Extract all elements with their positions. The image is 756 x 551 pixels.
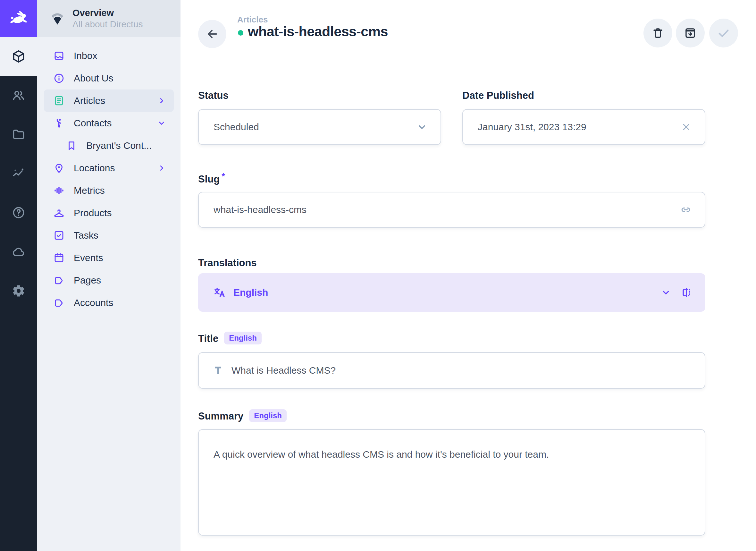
back-button[interactable]: [198, 20, 226, 48]
sidebar-item-contacts[interactable]: Contacts: [44, 112, 174, 134]
sidebar-item-about-us[interactable]: About Us: [44, 67, 174, 89]
date-published-label: Date Published: [462, 90, 534, 101]
slug-value: what-is-headless-cms: [214, 204, 307, 215]
trending-icon: [12, 166, 26, 180]
chevron-down-icon[interactable]: [416, 121, 428, 133]
sidebar-item-label: Articles: [74, 95, 105, 106]
cloud-icon: [12, 245, 26, 259]
inbox-icon: [53, 50, 65, 62]
sidebar-item-label: Tasks: [74, 230, 98, 241]
summary-label: Summary English: [198, 410, 287, 423]
sidebar-item-bryants-contacts[interactable]: Bryant's Cont...: [44, 134, 174, 157]
sidebar-item-metrics[interactable]: Metrics: [44, 179, 174, 202]
sidebar-item-label: Accounts: [74, 297, 113, 308]
sidebar-item-label: Events: [74, 252, 103, 263]
module-content[interactable]: [0, 37, 37, 76]
chevron-right-icon[interactable]: [157, 163, 166, 172]
sidebar-item-label: Locations: [74, 163, 115, 173]
folder-icon: [12, 127, 26, 141]
date-published-field[interactable]: January 31st, 2023 13:29: [462, 109, 705, 145]
sidebar-item-inbox[interactable]: Inbox: [44, 45, 174, 67]
language-badge: English: [224, 332, 262, 345]
info-icon: [53, 72, 65, 84]
help-icon: [12, 205, 26, 220]
slug-label: Slug *: [198, 173, 225, 185]
clear-icon[interactable]: [680, 121, 692, 133]
delete-button[interactable]: [643, 19, 672, 47]
directus-logo[interactable]: [0, 0, 37, 37]
required-marker: *: [222, 171, 225, 181]
sidebar-item-label: Pages: [74, 275, 101, 286]
label-icon: [53, 297, 65, 309]
compare-translations-icon[interactable]: [680, 286, 693, 299]
navigation-sidebar: Overview All about Directus Inbox About …: [37, 0, 181, 551]
map-pin-icon: [53, 162, 65, 174]
box-icon: [11, 49, 26, 64]
page-title: what-is-headless-cms: [248, 24, 388, 39]
status-label: Status: [198, 90, 229, 101]
module-settings[interactable]: [0, 271, 37, 311]
link-icon[interactable]: [680, 204, 692, 216]
gear-icon: [12, 284, 25, 298]
translate-icon: [213, 286, 226, 299]
title-value: What is Headless CMS?: [231, 365, 336, 376]
chevron-right-icon[interactable]: [157, 96, 166, 105]
check-icon: [717, 26, 731, 40]
sidebar-item-label: Metrics: [74, 185, 105, 196]
project-subtitle: All about Directus: [72, 19, 143, 29]
sidebar-item-articles[interactable]: Articles: [44, 89, 174, 112]
sidebar-item-label: Products: [74, 207, 112, 218]
sidebar-item-label: Bryant's Cont...: [86, 140, 152, 151]
sidebar-item-label: About Us: [74, 73, 113, 84]
archive-icon: [684, 26, 697, 40]
archive-button[interactable]: [676, 19, 705, 47]
project-title: Overview: [72, 8, 143, 18]
summary-textarea[interactable]: A quick overview of what headless CMS is…: [198, 429, 705, 536]
date-published-value: January 31st, 2023 13:29: [478, 121, 586, 132]
chevron-down-icon[interactable]: [660, 287, 671, 298]
save-button[interactable]: [709, 19, 738, 47]
status-select[interactable]: Scheduled: [198, 109, 441, 145]
summary-value: A quick overview of what headless CMS is…: [214, 449, 549, 460]
module-help[interactable]: [0, 193, 37, 232]
slug-input[interactable]: what-is-headless-cms: [198, 192, 705, 228]
calendar-icon: [53, 252, 65, 263]
task-icon: [53, 229, 65, 241]
main-content: Articles what-is-headless-cms Status Sch…: [181, 0, 756, 551]
signal-icon: [50, 11, 65, 26]
sidebar-item-events[interactable]: Events: [44, 246, 174, 269]
title-input[interactable]: What is Headless CMS?: [198, 352, 705, 389]
module-user-directory[interactable]: [0, 76, 37, 115]
status-value: Scheduled: [214, 121, 259, 132]
text-icon: [212, 364, 224, 377]
sidebar-item-label: Inbox: [74, 50, 97, 61]
label-icon: [53, 274, 65, 286]
sidebar-item-pages[interactable]: Pages: [44, 269, 174, 292]
status-dot: [238, 30, 243, 36]
sidebar-item-accounts[interactable]: Accounts: [44, 292, 174, 314]
sidebar-item-label: Contacts: [74, 118, 112, 129]
arrow-left-icon: [206, 27, 219, 41]
module-insights[interactable]: [0, 154, 37, 193]
chevron-down-icon[interactable]: [157, 119, 166, 128]
module-cloud[interactable]: [0, 232, 37, 271]
translations-label: Translations: [198, 257, 257, 269]
nav-list: Inbox About Us Articles Contacts Bryant'…: [37, 37, 181, 314]
trash-icon: [651, 26, 665, 40]
sidebar-item-tasks[interactable]: Tasks: [44, 224, 174, 246]
language-badge: English: [249, 409, 287, 422]
sidebar-item-locations[interactable]: Locations: [44, 157, 174, 179]
breadcrumb[interactable]: Articles: [237, 15, 268, 25]
sidebar-item-products[interactable]: Products: [44, 202, 174, 224]
module-list: [0, 76, 37, 311]
module-bar: [0, 0, 37, 551]
project-switcher[interactable]: Overview All about Directus: [37, 0, 181, 37]
module-file-library[interactable]: [0, 115, 37, 154]
translations-selector[interactable]: English: [198, 273, 705, 312]
people-icon: [12, 88, 26, 102]
rabbit-icon: [8, 8, 29, 29]
person-icon: [53, 117, 65, 129]
title-label: Title English: [198, 332, 262, 345]
equalizer-icon: [53, 185, 65, 196]
bookmark-icon: [66, 140, 77, 151]
